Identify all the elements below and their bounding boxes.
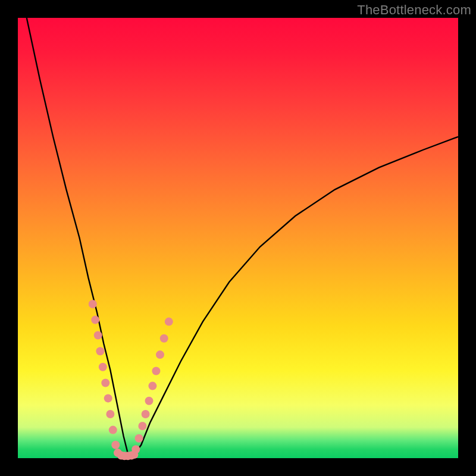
data-point <box>135 434 143 443</box>
chart-frame: TheBottleneck.com <box>0 0 476 476</box>
data-point <box>152 367 160 375</box>
data-point <box>91 316 99 324</box>
data-point <box>138 422 146 430</box>
data-point <box>156 350 164 359</box>
data-point <box>104 394 112 402</box>
data-point <box>165 318 173 326</box>
data-point <box>145 397 154 405</box>
data-point <box>111 441 120 449</box>
data-point <box>160 334 168 343</box>
chart-plot-area <box>18 18 458 458</box>
data-point <box>99 363 107 371</box>
scatter-bottom <box>117 450 139 460</box>
data-point <box>148 382 156 390</box>
chart-svg <box>18 18 458 458</box>
bottleneck-curve <box>27 18 458 454</box>
data-point <box>101 379 109 387</box>
data-point <box>130 450 138 459</box>
watermark-text: TheBottleneck.com <box>357 2 471 18</box>
data-point <box>94 331 102 340</box>
data-point <box>106 410 114 418</box>
data-point <box>109 426 117 434</box>
data-point <box>142 410 150 418</box>
data-point <box>89 300 97 308</box>
data-point <box>96 347 104 355</box>
scatter-right <box>131 318 173 454</box>
scatter-left <box>89 300 122 457</box>
